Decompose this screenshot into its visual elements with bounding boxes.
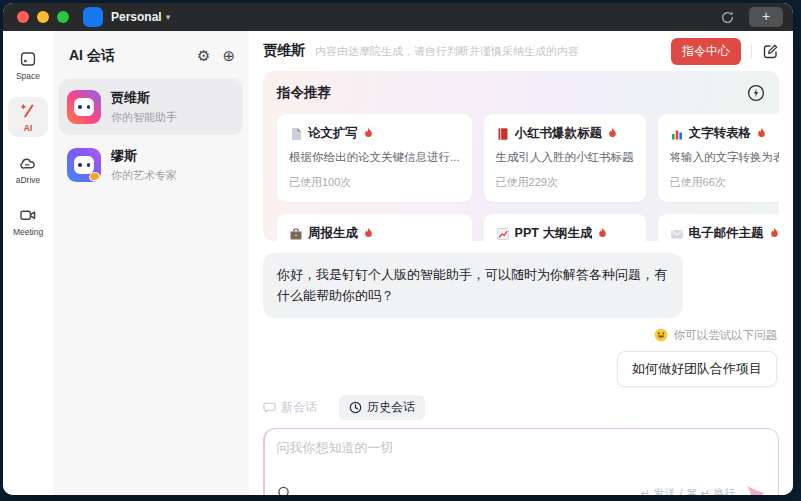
prompt-card-text-to-table[interactable]: 文字转表格 将输入的文字转换为表格 已使用66次 xyxy=(658,114,779,202)
suggestion-hint-label: 你可以尝试以下问题 xyxy=(674,328,778,343)
fire-icon xyxy=(363,227,374,240)
fire-icon xyxy=(756,127,767,140)
new-conversation-icon[interactable]: ⊕ xyxy=(222,47,235,65)
lightbulb-icon[interactable] xyxy=(277,486,290,495)
conversation-desc: 你的艺术专家 xyxy=(111,168,177,183)
workspace-title[interactable]: Personal xyxy=(111,10,162,24)
fire-icon xyxy=(607,127,618,140)
nav-label-adrive: aDrive xyxy=(16,175,41,185)
header-divider xyxy=(751,44,752,58)
send-icon[interactable] xyxy=(746,485,766,495)
conversation-name: 缪斯 xyxy=(111,147,177,165)
refresh-bolt-icon[interactable] xyxy=(747,84,765,102)
conversation-item-jarvis[interactable]: 贾维斯 你的智能助手 xyxy=(59,79,243,135)
recommend-title: 指令推荐 xyxy=(277,84,331,102)
jarvis-avatar xyxy=(67,90,101,124)
briefcase-icon xyxy=(289,227,303,241)
history-clock-icon xyxy=(349,401,362,414)
conversation-sidebar: AI 会话 ⚙ ⊕ 贾维斯 你的智能助手 缪斯 你的艺术专家 xyxy=(53,31,249,495)
history-session-button[interactable]: 历史会话 xyxy=(339,395,425,420)
muse-avatar xyxy=(67,148,101,182)
line-chart-icon xyxy=(496,227,510,241)
prompt-card-ppt-outline[interactable]: PPT 大纲生成 xyxy=(484,214,646,241)
document-icon xyxy=(289,127,303,141)
nav-label-space: Space xyxy=(16,71,40,81)
nav-item-adrive[interactable]: aDrive xyxy=(8,149,48,189)
envelope-icon xyxy=(670,227,684,241)
prompt-card-weekly-report[interactable]: 周报生成 xyxy=(277,214,472,241)
compose-icon[interactable] xyxy=(762,43,779,60)
fire-icon xyxy=(597,227,608,240)
palette-icon xyxy=(88,171,101,183)
bar-chart-icon xyxy=(670,127,684,141)
message-input[interactable] xyxy=(277,439,766,475)
conversation-name: 贾维斯 xyxy=(111,89,177,107)
nav-item-space[interactable]: Space xyxy=(8,45,48,85)
sidebar-title: AI 会话 xyxy=(69,47,185,65)
fire-icon xyxy=(363,127,374,140)
prompt-card-email-subject[interactable]: 电子邮件主题 xyxy=(658,214,779,241)
settings-gear-icon[interactable]: ⚙ xyxy=(197,47,210,65)
nav-item-ai[interactable]: AI xyxy=(8,97,48,137)
app-logo-icon xyxy=(83,7,103,27)
suggested-question-button[interactable]: 如何做好团队合作项目 xyxy=(617,351,777,387)
red-book-icon xyxy=(496,127,510,141)
prompt-card-paper-expand[interactable]: 论文扩写 根据你给出的论文关键信息进行... 已使用100次 xyxy=(277,114,472,202)
zoom-window-button[interactable] xyxy=(57,11,69,23)
app-window: Personal ▾ + Space AI xyxy=(3,3,793,495)
assistant-title: 贾维斯 xyxy=(263,42,305,60)
chevron-down-icon[interactable]: ▾ xyxy=(166,12,171,22)
minimize-window-button[interactable] xyxy=(37,11,49,23)
new-tab-button[interactable]: + xyxy=(749,7,783,27)
space-icon xyxy=(19,50,37,68)
smiley-icon xyxy=(654,328,668,342)
conversation-desc: 你的智能助手 xyxy=(111,110,177,125)
video-camera-icon xyxy=(19,206,37,224)
send-shortcut-hint: ↵ 发送 / ⌘ ↵ 换行 xyxy=(641,486,736,495)
traffic-lights xyxy=(17,11,69,23)
chat-bubble-icon xyxy=(263,401,276,414)
conversation-item-muse[interactable]: 缪斯 你的艺术专家 xyxy=(59,137,243,193)
prompt-card-xiaohongshu-title[interactable]: 小红书爆款标题 生成引人入胜的小红书标题 已使用229次 xyxy=(484,114,646,202)
fire-icon xyxy=(769,227,779,240)
command-center-button[interactable]: 指令中心 xyxy=(671,38,741,65)
sync-icon[interactable] xyxy=(720,10,735,25)
ai-disclaimer: 内容由达摩院生成，请自行判断并谨慎采纳生成的内容 xyxy=(315,44,661,59)
chat-main: 贾维斯 内容由达摩院生成，请自行判断并谨慎采纳生成的内容 指令中心 指令推荐 xyxy=(249,31,793,495)
cloud-drive-icon xyxy=(19,154,37,172)
new-session-button[interactable]: 新会话 xyxy=(263,395,327,420)
nav-label-ai: AI xyxy=(24,123,33,133)
nav-label-meeting: Meeting xyxy=(13,227,43,237)
nav-item-meeting[interactable]: Meeting xyxy=(8,201,48,241)
nav-rail: Space AI aDrive Meeting xyxy=(3,31,53,495)
assistant-message-bubble: 你好，我是钉钉个人版的智能助手，可以随时为你解答各种问题，有什么能帮助你的吗？ xyxy=(263,253,683,318)
close-window-button[interactable] xyxy=(17,11,29,23)
ai-magic-pen-icon xyxy=(19,102,37,120)
titlebar: Personal ▾ + xyxy=(3,3,793,31)
composer: ↵ 发送 / ⌘ ↵ 换行 xyxy=(263,428,779,495)
recommend-panel: 指令推荐 论文扩写 根据你给出的论文关键信息进行... 已使用100次 xyxy=(263,71,779,241)
